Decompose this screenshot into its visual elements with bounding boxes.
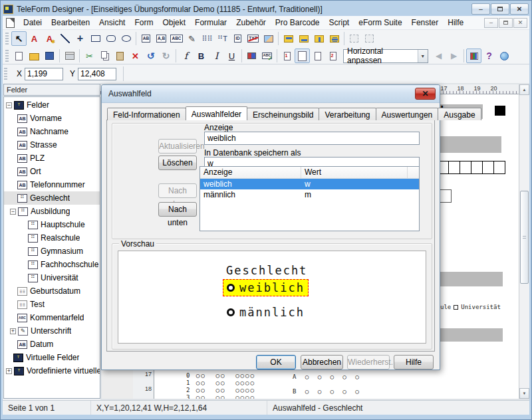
menu-pro-barcode[interactable]: Pro Barcode xyxy=(271,17,325,29)
tree-item-nachname[interactable]: Nachname xyxy=(4,125,100,138)
tree-item-geschlecht[interactable]: Geschlecht xyxy=(4,191,100,205)
menu-form[interactable]: Form xyxy=(130,17,158,29)
text-tool-button[interactable]: A xyxy=(27,31,42,46)
tree-item-strasse[interactable]: Strasse xyxy=(4,138,100,152)
tab-ausgabe[interactable]: Ausgabe xyxy=(438,108,481,120)
tree-item-vorname[interactable]: Vorname xyxy=(4,112,100,125)
scrollbar-thumb[interactable] xyxy=(520,191,529,284)
tab-erscheinungsbild[interactable]: Erscheinungsbild xyxy=(247,108,319,120)
title-bar[interactable]: TeleForm Designer - [Einseitiges Übungsf… xyxy=(3,2,529,16)
copy-button[interactable] xyxy=(97,49,112,63)
toolbar-grip[interactable] xyxy=(4,68,7,80)
rectangle-tool-button[interactable] xyxy=(88,31,103,46)
comment-field-button[interactable]: ABC xyxy=(169,31,184,46)
open-form-button[interactable] xyxy=(27,49,42,63)
group-button[interactable] xyxy=(346,31,362,46)
zoom-combobox[interactable]: Horizontal anpassen ▼ xyxy=(343,49,428,63)
field-merge-button[interactable] xyxy=(244,49,259,63)
dialog-close-button[interactable]: ✕ xyxy=(415,88,436,100)
nach-oben-button[interactable]: Nach oben xyxy=(158,183,197,198)
page-2-view-button[interactable] xyxy=(325,49,340,63)
minimize-button[interactable]: – xyxy=(471,3,490,15)
new-form-button[interactable] xyxy=(11,49,27,63)
form-canvas[interactable]: lar ule Universität xyxy=(440,94,519,399)
line-tool-button[interactable] xyxy=(57,31,72,46)
menu-zubehoer[interactable]: Zubehör xyxy=(231,17,271,29)
menu-formular[interactable]: Formular xyxy=(190,17,231,29)
nach-unten-button[interactable]: Nach unten xyxy=(158,202,197,217)
tab-auswertungen[interactable]: Auswertungen xyxy=(376,108,439,120)
ocr-field-button[interactable]: TXT xyxy=(245,31,261,46)
tree-item-felder-root[interactable]: Felder xyxy=(4,98,100,112)
rounded-rectangle-tool-button[interactable] xyxy=(103,31,118,46)
choice-field-button[interactable]: ⠛T xyxy=(215,31,230,46)
bold-button[interactable]: B xyxy=(194,49,209,63)
tree-expander-icon[interactable] xyxy=(6,102,12,108)
scroll-down-icon[interactable]: ▼ xyxy=(519,388,529,399)
tab-auswahlfelder[interactable]: Auswahlfelder xyxy=(186,106,247,120)
comma-field-button[interactable]: A,B xyxy=(154,31,169,46)
menu-eform-suite[interactable]: eForm Suite xyxy=(354,17,406,29)
menu-objekt[interactable]: Objekt xyxy=(158,17,190,29)
tree-item-universitaet[interactable]: Universität xyxy=(4,271,100,284)
tree-item-ort[interactable]: Ort xyxy=(4,165,100,178)
tree-item-kommentarfeld[interactable]: Kommentarfeld xyxy=(4,311,100,324)
ungroup-button[interactable] xyxy=(362,31,377,46)
print-button[interactable] xyxy=(62,49,77,63)
menu-datei[interactable]: Datei xyxy=(19,17,47,29)
loeschen-button[interactable]: Löschen xyxy=(158,156,197,170)
ellipse-tool-button[interactable] xyxy=(118,31,134,46)
menu-bearbeiten[interactable]: Bearbeiten xyxy=(47,17,94,29)
tree-expander-icon[interactable] xyxy=(10,209,16,215)
internet-button[interactable] xyxy=(497,49,512,63)
document-icon[interactable] xyxy=(6,18,15,28)
previous-page-button[interactable]: ◀ xyxy=(431,49,446,63)
hilfe-button[interactable]: Hilfe xyxy=(394,355,434,369)
save-form-button[interactable] xyxy=(42,49,57,63)
tree-item-vordefinierte-virtuelle-felder[interactable]: Vordefinierte virtuelle F xyxy=(4,364,100,377)
tree-item-gymnasium[interactable]: Gymnasium xyxy=(4,245,100,258)
page-width-view-button[interactable] xyxy=(310,49,325,63)
wiederherstellen-button[interactable]: Wiederherst. xyxy=(347,355,390,369)
tab-verarbeitung[interactable]: Verarbeitung xyxy=(319,108,376,120)
mdi-close-button[interactable]: ✕ xyxy=(513,18,527,28)
spellcheck-button[interactable]: ABC xyxy=(259,49,275,63)
tree-item-telefonnummer[interactable]: Telefonnummer xyxy=(4,178,100,191)
tree-item-virtuelle-felder[interactable]: Virtuelle Felder xyxy=(4,351,100,364)
align-left-edges-button[interactable] xyxy=(281,31,296,46)
undo-button[interactable]: ↺ xyxy=(143,49,158,63)
tree-item-ausbildung[interactable]: Ausbildung xyxy=(4,205,100,218)
cut-button[interactable]: ✂ xyxy=(82,49,97,63)
menu-fenster[interactable]: Fenster xyxy=(407,17,444,29)
context-help-button[interactable]: ? xyxy=(481,49,497,63)
center-on-page-button[interactable] xyxy=(327,31,342,46)
abbrechen-button[interactable]: Abbrechen xyxy=(301,355,343,369)
menu-script[interactable]: Script xyxy=(325,17,354,29)
select-tool-button[interactable]: ↖ xyxy=(11,31,27,46)
chevron-down-icon[interactable]: ▼ xyxy=(418,50,428,62)
page-1-view-button[interactable] xyxy=(279,49,295,63)
align-right-edges-button[interactable] xyxy=(311,31,327,46)
toolbar-grip[interactable] xyxy=(5,33,9,45)
paste-button[interactable] xyxy=(112,49,128,63)
anzeige-input[interactable] xyxy=(204,132,420,145)
menu-ansicht[interactable]: Ansicht xyxy=(94,17,130,29)
dialog-title-bar[interactable]: Auswahlfeld ✕ xyxy=(102,85,440,103)
choice-row-maennlich[interactable]: männlich m xyxy=(200,189,419,200)
tree-item-plz[interactable]: PLZ xyxy=(4,152,100,165)
id-field-button[interactable]: ID xyxy=(230,31,245,46)
tree-item-fachhochschule[interactable]: Fachhochschule xyxy=(4,258,100,271)
tree-item-hauptschule[interactable]: Hauptschule xyxy=(4,218,100,231)
close-button[interactable]: ✕ xyxy=(510,3,529,15)
text-field-button[interactable]: AB xyxy=(138,31,154,46)
bubble-field-button[interactable]: ⠿⠿ xyxy=(200,31,215,46)
italic-button[interactable]: I xyxy=(209,49,224,63)
signature-field-button[interactable]: ✎ xyxy=(184,31,200,46)
tree-item-geburtsdatum[interactable]: Geburtsdatum xyxy=(4,284,100,298)
tree-expander-icon[interactable] xyxy=(6,368,12,374)
tab-feld-informationen[interactable]: Feld-Informationen xyxy=(107,108,186,120)
x-coordinate-input[interactable] xyxy=(25,68,63,80)
redo-button[interactable]: ↻ xyxy=(158,49,174,63)
full-page-view-button[interactable] xyxy=(295,49,310,63)
crosshair-tool-button[interactable]: + xyxy=(72,31,88,46)
